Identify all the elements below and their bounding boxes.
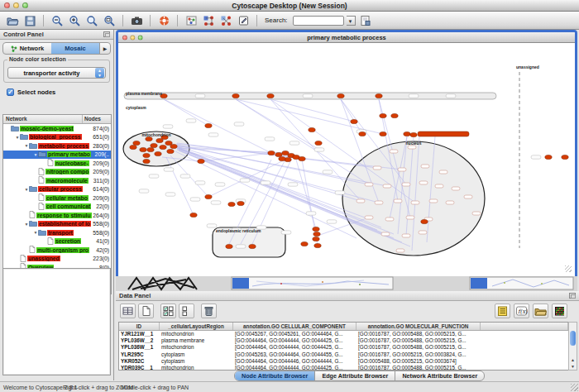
node[interactable] bbox=[160, 145, 166, 149]
node[interactable] bbox=[226, 244, 232, 248]
column-header-annotation.GO CELLULAR_COMPONENT[interactable]: annotation.GO CELLULAR_COMPONENT bbox=[233, 323, 356, 330]
node-pill[interactable] bbox=[383, 184, 391, 188]
table-row[interactable]: YKR052Ccytoplasm[GO:0044464, GO:0044446,… bbox=[119, 358, 568, 365]
scroll-up-icon[interactable]: ▲ bbox=[570, 357, 576, 362]
node[interactable] bbox=[299, 156, 305, 160]
node[interactable] bbox=[313, 227, 319, 231]
node[interactable] bbox=[205, 194, 212, 198]
unselect-all-attributes-icon[interactable] bbox=[179, 304, 194, 318]
resize-grip-icon[interactable] bbox=[565, 265, 572, 272]
tab-network-attribute-browser[interactable]: Network Attribute Browser bbox=[395, 371, 484, 380]
select-nodes-checkbox[interactable]: ✓ bbox=[7, 88, 14, 96]
node[interactable] bbox=[133, 141, 140, 145]
node[interactable] bbox=[313, 237, 319, 241]
node-color-dropdown[interactable]: transporter activity ▲▼ bbox=[7, 67, 106, 79]
float-panel-icon[interactable] bbox=[569, 293, 576, 299]
birdseye-view[interactable] bbox=[2, 268, 111, 375]
zoom-fit-icon[interactable] bbox=[84, 13, 99, 27]
table-scrollbar[interactable]: ▲ ▼ bbox=[568, 322, 577, 370]
function-builder-icon[interactable]: f(x) bbox=[514, 304, 529, 318]
tree-row-metabolic-process[interactable]: ▼metabolic process280(0) bbox=[3, 141, 111, 151]
node[interactable] bbox=[314, 243, 321, 247]
node-pill[interactable] bbox=[365, 183, 373, 186]
tree-row-transport[interactable]: ▼transport558(0) bbox=[3, 228, 111, 237]
tree-row-response-to-stimulu[interactable]: response to stimulu264(0) bbox=[3, 211, 111, 220]
node-pill[interactable] bbox=[421, 165, 429, 168]
tree-header-network[interactable]: Network bbox=[3, 115, 83, 123]
node[interactable] bbox=[337, 93, 344, 98]
column-header-_cellularLayoutRegion[interactable]: _cellularLayoutRegion bbox=[160, 323, 233, 330]
layout-edges-icon[interactable] bbox=[218, 13, 233, 27]
annotation-icon[interactable] bbox=[236, 13, 251, 27]
node[interactable] bbox=[205, 123, 212, 127]
node[interactable] bbox=[275, 152, 282, 156]
column-header-annotation.GO MOLECULAR_FUNCTION[interactable]: annotation.GO MOLECULAR_FUNCTION bbox=[356, 323, 481, 330]
node[interactable] bbox=[155, 151, 161, 155]
import-attributes-icon[interactable] bbox=[533, 304, 548, 318]
table-row[interactable]: YJR121W__1mitochondrion[GO:0045267, GO:0… bbox=[119, 331, 568, 337]
node-pill[interactable] bbox=[375, 201, 383, 204]
tree-row-establishment-of-lo[interactable]: ▼establishment of lo558(0) bbox=[3, 220, 111, 229]
node[interactable] bbox=[237, 201, 244, 205]
node[interactable] bbox=[562, 155, 568, 159]
snapshot-icon[interactable] bbox=[129, 13, 144, 27]
node[interactable] bbox=[315, 141, 322, 145]
tab-node-attribute-browser[interactable]: Node Attribute Browser bbox=[235, 371, 315, 380]
node-pill[interactable] bbox=[381, 232, 390, 236]
node[interactable] bbox=[249, 244, 256, 248]
tab-network[interactable]: Network bbox=[3, 43, 51, 54]
table-row[interactable]: YPL036W__1mitochondrion[GO:0044464, GO:0… bbox=[119, 344, 568, 351]
tree-row-nucleobase-[interactable]: nucleobase-209(0) bbox=[3, 159, 111, 168]
node-pill[interactable] bbox=[464, 195, 472, 198]
node[interactable] bbox=[279, 156, 285, 160]
tree-row-unassigned[interactable]: unassigned223(0) bbox=[3, 255, 111, 264]
tree-row-multi-organism-pro[interactable]: multi-organism pro42(0) bbox=[3, 246, 111, 255]
new-attribute-icon[interactable] bbox=[138, 304, 154, 318]
node[interactable] bbox=[147, 147, 154, 151]
node-pill[interactable] bbox=[394, 199, 402, 203]
node-pill[interactable] bbox=[446, 201, 454, 204]
scroll-down-icon[interactable]: ▼ bbox=[570, 364, 576, 369]
table-row[interactable]: YLR295Ccytoplasm[GO:0045263, GO:0044464,… bbox=[119, 351, 568, 358]
node-pill[interactable] bbox=[408, 146, 416, 149]
zoom-in-icon[interactable] bbox=[67, 13, 82, 27]
node[interactable] bbox=[190, 213, 197, 217]
node[interactable] bbox=[301, 241, 308, 246]
node-pill[interactable] bbox=[398, 168, 406, 171]
node-pill[interactable] bbox=[402, 183, 410, 186]
node[interactable] bbox=[421, 219, 428, 223]
node-pill[interactable] bbox=[406, 216, 414, 219]
node-pill[interactable] bbox=[356, 199, 365, 203]
resize-grip-icon[interactable] bbox=[571, 384, 578, 391]
node[interactable] bbox=[143, 159, 150, 163]
node[interactable] bbox=[404, 131, 410, 136]
node-pill[interactable] bbox=[402, 234, 410, 237]
tree-row-cellular-process[interactable]: ▼cellular process614(0) bbox=[3, 185, 111, 194]
node-pill[interactable] bbox=[419, 231, 427, 234]
node-pill[interactable] bbox=[373, 166, 381, 170]
tree-row-mosaic-demo-yeast[interactable]: mosaic-demo-yeast874(0) bbox=[3, 124, 111, 133]
table-icon[interactable] bbox=[120, 304, 136, 318]
tab-overflow-button[interactable]: ▶ bbox=[99, 43, 110, 54]
node[interactable] bbox=[167, 149, 174, 153]
tree-row-macromolecule[interactable]: macromolecule311(0) bbox=[3, 176, 111, 185]
column-header-blank[interactable] bbox=[481, 323, 568, 330]
tree-row-primary-metabo[interactable]: ▼primary metabo209(.. bbox=[3, 151, 111, 160]
node-pill[interactable] bbox=[365, 216, 373, 219]
network-window-titlebar[interactable]: primary metabolic process bbox=[118, 32, 575, 43]
tree-row-cell-communicat[interactable]: cell communicat22(0) bbox=[3, 203, 111, 212]
node[interactable] bbox=[228, 202, 235, 206]
node[interactable] bbox=[380, 113, 386, 117]
node[interactable] bbox=[391, 113, 398, 117]
matrix-icon[interactable] bbox=[552, 304, 567, 318]
attribute-list-icon[interactable] bbox=[495, 304, 510, 318]
network-canvas[interactable]: plasma membranecytoplasmmitochondrionnuc… bbox=[121, 44, 572, 275]
node-pill[interactable] bbox=[439, 170, 447, 174]
tab-edge-attribute-browser[interactable]: Edge Attribute Browser bbox=[315, 371, 395, 380]
node[interactable] bbox=[268, 151, 275, 155]
node[interactable] bbox=[313, 232, 320, 236]
search-input[interactable] bbox=[293, 16, 344, 26]
enhanced-search-icon[interactable] bbox=[358, 13, 373, 27]
column-header-ID[interactable]: ID bbox=[119, 323, 160, 330]
node-pill[interactable] bbox=[472, 212, 481, 215]
